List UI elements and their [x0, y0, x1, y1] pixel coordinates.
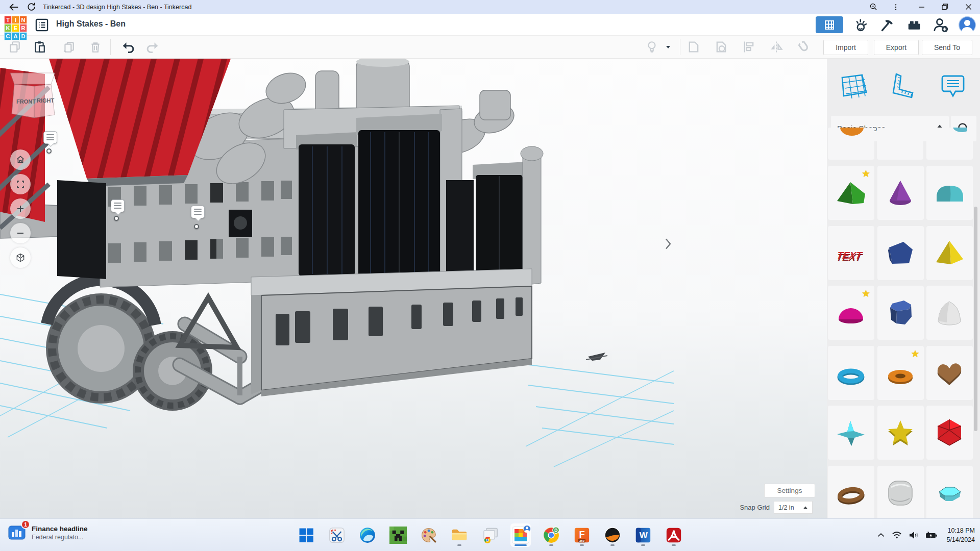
shape-tile-partial[interactable] [828, 128, 874, 160]
shape-tile-ring[interactable] [828, 466, 874, 519]
shape-tile-star-4pt[interactable] [828, 406, 874, 460]
taskbar-app-acrobat[interactable] [664, 523, 684, 547]
view-cube-front-label[interactable]: FRONT [16, 98, 36, 105]
window-minimize-button[interactable] [910, 0, 933, 14]
view-cube[interactable]: FRONT RIGHT [6, 72, 60, 121]
panel-collapse-chevron[interactable] [663, 236, 674, 252]
shape-tile-pyramid[interactable] [926, 226, 973, 280]
delete-button[interactable] [88, 39, 103, 55]
send-to-button[interactable]: Send To [922, 40, 972, 55]
shape-tile-half-sphere[interactable]: ★ [828, 286, 874, 340]
tray-chevron-icon[interactable] [876, 530, 886, 540]
undo-button[interactable] [120, 39, 136, 55]
shape-tile-paraboloid[interactable] [926, 286, 973, 340]
show-all-dropdown[interactable] [663, 39, 674, 55]
comment-pin[interactable] [43, 131, 57, 144]
copy-button[interactable] [7, 39, 22, 55]
comment-pin[interactable] [111, 199, 125, 212]
snap-grid-select[interactable]: 1/2 in [774, 501, 813, 514]
ruler-tool-button[interactable] [888, 70, 919, 102]
shape-tile-partial[interactable] [877, 128, 923, 160]
comment-pin-anchor[interactable] [46, 148, 52, 154]
volume-icon[interactable] [908, 529, 920, 541]
shape-tile-text[interactable]: TEXTTEXT [828, 226, 874, 280]
windows-taskbar: 1 Finance headline Federal regulato... B… [0, 518, 980, 551]
shape-tile-cone[interactable] [877, 166, 924, 220]
3d-scene-canvas[interactable] [0, 59, 827, 518]
shape-tile-hexagonal-prism[interactable] [877, 286, 924, 340]
shape-tile-heart[interactable] [926, 346, 973, 400]
sim-lab-button[interactable] [852, 16, 870, 34]
import-button[interactable]: Import [823, 40, 868, 55]
taskbar-app-chrome-window[interactable] [480, 523, 500, 547]
invite-person-button[interactable] [932, 16, 949, 34]
taskbar-app-chrome[interactable]: B [541, 523, 561, 547]
view-cube-right-label[interactable]: RIGHT [37, 97, 55, 104]
shape-tile-round-roof[interactable] [926, 166, 973, 220]
taskbar-app-fusion360[interactable]: F360 [572, 523, 592, 547]
settings-button[interactable]: Settings [764, 484, 815, 497]
taskbar-clock[interactable]: 10:18 PM 5/14/2024 [946, 526, 975, 544]
taskbar-app-word[interactable]: W [633, 523, 653, 547]
battery-charging-icon[interactable] [925, 529, 938, 542]
zoom-in-button[interactable] [10, 198, 31, 219]
redo-button[interactable] [145, 39, 160, 55]
blocks-pickaxe-button[interactable] [879, 16, 896, 34]
comment-pin[interactable] [191, 206, 205, 218]
shape-tile-polygon[interactable] [877, 226, 924, 280]
export-button[interactable]: Export [874, 40, 919, 55]
align-button[interactable] [741, 39, 756, 55]
duplicate-button[interactable] [61, 39, 77, 55]
bricks-button[interactable] [905, 16, 923, 34]
browser-zoom-button[interactable] [867, 2, 880, 13]
magnet-button[interactable] [796, 39, 812, 55]
model-dark-panel[interactable] [57, 180, 106, 279]
small-model-part[interactable] [586, 353, 607, 361]
taskbar-app-explorer[interactable] [449, 523, 470, 547]
taskbar-app-round-dark[interactable] [602, 523, 623, 547]
perspective-toggle-button[interactable] [10, 247, 31, 268]
profile-avatar[interactable] [959, 16, 976, 34]
shape-tile-rounded-cube[interactable] [877, 466, 924, 519]
3d-viewport[interactable]: FRONT RIGHT Settings Snap Grid 1/2 in [0, 59, 827, 518]
shape-tile-torus-thin[interactable] [828, 346, 874, 400]
fit-view-button[interactable] [10, 174, 31, 194]
browser-back-button[interactable] [7, 2, 20, 13]
shape-tile-partial[interactable] [926, 128, 973, 160]
taskbar-app-paint[interactable] [419, 523, 439, 547]
favorite-star-icon: ★ [862, 168, 870, 180]
shape-tile-gem[interactable] [926, 466, 973, 519]
comment-pin-anchor[interactable] [114, 216, 119, 221]
notes-tool-button[interactable] [937, 70, 969, 102]
shape-tile-washer[interactable]: ★ [877, 346, 924, 400]
taskbar-app-edge[interactable] [357, 523, 378, 547]
shape-tile-roof[interactable]: ★ [828, 166, 874, 220]
zoom-out-button[interactable] [10, 223, 31, 243]
wifi-icon[interactable] [891, 530, 902, 541]
shape-tile-icosahedron[interactable] [926, 406, 973, 460]
taskbar-app-start[interactable] [296, 523, 316, 547]
taskbar-app-tinkercad[interactable] [510, 523, 531, 547]
paste-button[interactable] [32, 39, 47, 55]
model-black-cylinder[interactable] [299, 144, 355, 276]
panel-scrollbar[interactable] [974, 207, 977, 431]
taskbar-app-snipping[interactable] [327, 523, 347, 547]
designs-list-button[interactable] [35, 18, 49, 32]
window-close-button[interactable] [957, 0, 980, 14]
group-button[interactable] [686, 39, 701, 55]
file-explorer-icon [451, 527, 468, 544]
comment-pin-anchor[interactable] [194, 224, 199, 229]
tinkercad-logo[interactable]: TINKERCAD [4, 16, 27, 40]
show-all-button[interactable] [644, 39, 659, 55]
browser-reload-button[interactable] [24, 2, 38, 13]
home-view-button[interactable] [10, 149, 31, 170]
browser-menu-button[interactable] [889, 2, 902, 13]
window-restore-button[interactable] [933, 0, 957, 14]
ungroup-button[interactable] [714, 39, 729, 55]
workplane-tool-button[interactable] [838, 70, 870, 102]
mirror-button[interactable] [769, 39, 784, 55]
shape-tile-star[interactable] [877, 406, 924, 460]
dashboard-grid-button[interactable] [816, 16, 843, 33]
lightbulb-icon [645, 40, 658, 54]
taskbar-app-minecraft[interactable] [388, 523, 408, 547]
